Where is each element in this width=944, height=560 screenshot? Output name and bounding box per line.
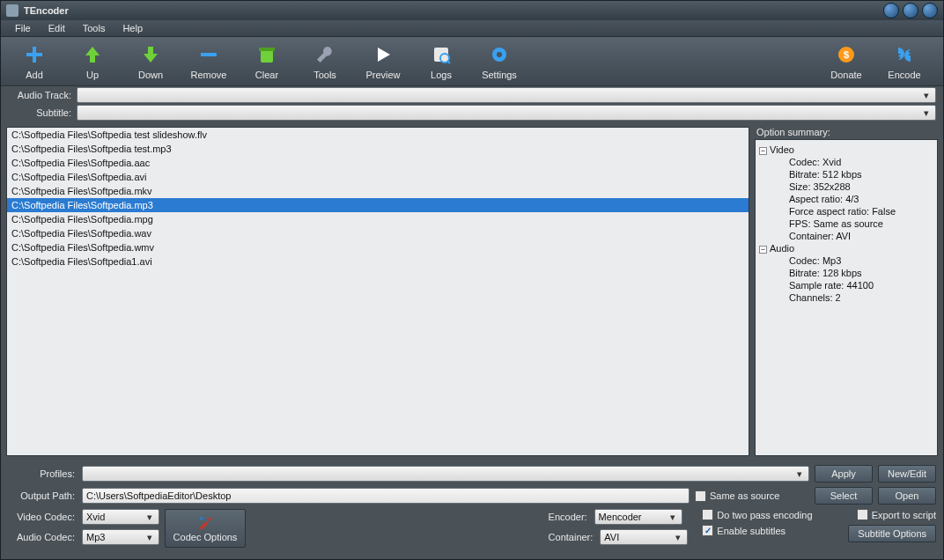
video-codec-value: Xvid (86, 512, 105, 522)
audio-track-row: Audio Track: ▾ (1, 86, 943, 104)
list-item[interactable]: C:\Softpedia Files\Softpedia.mkv (7, 184, 749, 198)
clear-button[interactable]: Clear (240, 41, 293, 83)
chevron-down-icon: ▾ (919, 107, 933, 119)
wrench-icon (313, 43, 336, 66)
list-item[interactable]: C:\Softpedia Files\Softpedia.wav (7, 226, 749, 240)
menu-tools[interactable]: Tools (74, 21, 114, 35)
list-item[interactable]: C:\Softpedia Files\Softpedia test slides… (7, 128, 749, 142)
file-list[interactable]: C:\Softpedia Files\Softpedia test slides… (6, 127, 749, 456)
maximize-button[interactable] (903, 3, 918, 18)
svg-point-6 (497, 52, 502, 57)
subtitle-row: Subtitle: ▾ (1, 104, 943, 122)
down-button[interactable]: Down (124, 41, 177, 83)
encoder-value: Mencoder (599, 512, 642, 522)
encoder-label: Encoder: (549, 512, 589, 522)
tree-audio[interactable]: −Audio (759, 242, 933, 254)
chevron-down-icon: ▾ (793, 468, 807, 480)
settings-label: Settings (482, 70, 517, 80)
list-item[interactable]: C:\Softpedia Files\Softpedia.aac (7, 156, 749, 170)
list-item[interactable]: C:\Softpedia Files\Softpedia.wmv (7, 240, 749, 254)
app-icon (6, 4, 18, 17)
settings-button[interactable]: Settings (473, 41, 526, 83)
menu-help[interactable]: Help (114, 21, 151, 35)
subtitle-options-button[interactable]: Subtitle Options (848, 525, 936, 542)
profiles-label: Profiles: (8, 468, 77, 479)
encode-button[interactable]: Encode (878, 41, 931, 83)
close-button[interactable] (922, 3, 938, 18)
minus-icon (197, 43, 220, 66)
trash-icon (255, 43, 278, 66)
arrow-up-icon (81, 43, 104, 66)
subtitle-combo[interactable]: ▾ (77, 105, 936, 121)
list-item[interactable]: C:\Softpedia Files\Softpedia.mpg (7, 212, 749, 226)
titlebar: TEncoder (1, 1, 943, 20)
donate-label: Donate (830, 70, 861, 80)
audio-track-label: Audio Track: (8, 90, 77, 100)
video-codec-combo[interactable]: Xvid ▾ (82, 509, 159, 525)
profiles-combo[interactable]: ▾ (82, 466, 809, 482)
clear-label: Clear (255, 70, 278, 80)
export-script-check[interactable]: Export to script (857, 509, 936, 520)
encoder-combo[interactable]: Mencoder ▾ (594, 509, 682, 525)
same-as-source-check[interactable]: Same as source (695, 490, 809, 502)
enable-subs-check[interactable]: ✓Enable subtitles (702, 525, 843, 536)
tree-video[interactable]: −Video (759, 144, 933, 156)
container-label: Container: (549, 532, 595, 542)
audio-track-combo[interactable]: ▾ (77, 87, 936, 103)
tools-label: Tools (313, 70, 336, 80)
tree-leaf: Bitrate: 512 kbps (759, 168, 933, 181)
logs-button[interactable]: Logs (415, 41, 468, 83)
gear-icon (488, 43, 511, 66)
list-item[interactable]: C:\Softpedia Files\Softpedia.avi (7, 170, 749, 184)
encode-icon (893, 43, 916, 66)
apply-button[interactable]: Apply (815, 465, 873, 483)
tools-icon (197, 514, 213, 530)
codec-row: Video Codec: Xvid ▾ Audio Codec: Mp3 ▾ C (8, 509, 936, 548)
video-codec-label: Video Codec: (8, 512, 77, 522)
app-title: TEncoder (24, 5, 69, 16)
audio-codec-combo[interactable]: Mp3 ▾ (82, 529, 159, 545)
minimize-button[interactable] (883, 3, 899, 18)
subtitle-label: Subtitle: (8, 107, 77, 118)
logs-label: Logs (431, 70, 452, 80)
tree-leaf: Force aspect ratio: False (759, 205, 933, 217)
newedit-button[interactable]: New/Edit (878, 465, 936, 483)
list-item[interactable]: C:\Softpedia Files\Softpedia test.mp3 (7, 142, 749, 156)
toolbar: Add Up Down Remove Clear Tools Preview (1, 37, 943, 86)
tree-leaf: Sample rate: 44100 (759, 279, 933, 291)
play-icon (372, 43, 395, 66)
donate-button[interactable]: $ Donate (820, 41, 873, 83)
tree-leaf: Bitrate: 128 kbps (759, 267, 933, 279)
audio-codec-label: Audio Codec: (8, 532, 77, 542)
remove-button[interactable]: Remove (182, 41, 235, 83)
open-button[interactable]: Open (878, 487, 936, 505)
svg-rect-0 (201, 53, 217, 56)
plus-icon (23, 43, 46, 66)
tools-button[interactable]: Tools (299, 41, 351, 83)
menu-file[interactable]: File (6, 21, 40, 35)
two-pass-check[interactable]: Do two pass encoding (702, 509, 843, 520)
list-item[interactable]: C:\Softpedia Files\Softpedia1.avi (7, 254, 749, 269)
container-combo[interactable]: AVI ▾ (600, 529, 688, 545)
menu-edit[interactable]: Edit (40, 21, 74, 35)
donate-icon: $ (835, 43, 858, 66)
svg-rect-2 (259, 48, 275, 51)
tree-leaf: Codec: Mp3 (759, 254, 933, 267)
summary-panel: Option summary: −Video Codec: Xvid Bitra… (755, 127, 938, 456)
chevron-down-icon: ▾ (919, 89, 933, 101)
arrow-down-icon (139, 43, 162, 66)
output-path-input[interactable]: C:\Users\SoftpediaEditor\Desktop (82, 488, 690, 504)
add-button[interactable]: Add (8, 41, 61, 83)
select-button[interactable]: Select (815, 487, 873, 505)
preview-button[interactable]: Preview (357, 41, 409, 83)
up-button[interactable]: Up (66, 41, 119, 83)
tree-leaf: Codec: Xvid (759, 156, 933, 168)
main-area: C:\Softpedia Files\Softpedia test slides… (1, 122, 943, 461)
preview-label: Preview (365, 70, 400, 80)
audio-codec-value: Mp3 (86, 532, 105, 542)
svg-text:$: $ (844, 49, 849, 60)
menubar: File Edit Tools Help (1, 20, 943, 37)
codec-options-button[interactable]: Codec Options (165, 509, 246, 548)
list-item[interactable]: C:\Softpedia Files\Softpedia.mp3 (7, 198, 749, 212)
output-path-value: C:\Users\SoftpediaEditor\Desktop (86, 490, 231, 501)
